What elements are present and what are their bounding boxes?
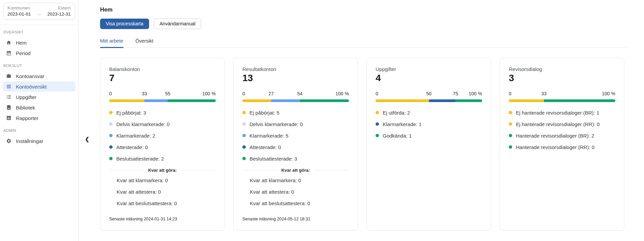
arrow-right-icon: → (37, 11, 41, 17)
legend-item: Godkända: 1 (376, 130, 482, 141)
menu-icon (6, 84, 11, 89)
todo-item: Kvar att klarmarkera: 0 (242, 174, 349, 186)
header-buttons-row: Visa processkarta Användarmanual (100, 19, 627, 29)
progress-scale: 03355100 % (109, 91, 216, 97)
show-process-map-button[interactable]: Visa processkarta (100, 19, 149, 29)
todo-item: Kvar att klarmarkera: 0 (109, 174, 216, 186)
legend-item: Delvis klarmarkerade: 0 (109, 118, 216, 130)
progress-segment (429, 99, 456, 102)
briefcase-icon (6, 73, 11, 79)
progress-segment (168, 99, 216, 102)
tab-bar: Mitt arbete Översikt (100, 38, 627, 48)
divider-line (181, 170, 216, 170)
todo-item: Kvar att attestera: 0 (109, 186, 216, 197)
progress-segment (509, 99, 544, 102)
sidebar-item-period[interactable]: Period (3, 48, 75, 58)
legend-item: Hanterade revisorsdialoger (RR): 0 (509, 141, 615, 153)
status-legend: Ej utförda: 2Klarmarkerade: 1Godkända: 1 (376, 107, 482, 141)
status-dot-icon (376, 134, 379, 137)
scale-tick: 75 (453, 91, 458, 96)
divider-line (242, 170, 277, 170)
status-dot-icon (242, 111, 246, 114)
main-content: Hem Visa processkarta Användarmanual Mit… (78, 0, 644, 241)
card-title: Resultatkonton (242, 66, 349, 72)
sidebar-item-uppgifter[interactable]: Uppgifter (3, 92, 75, 102)
tab-oversikt[interactable]: Översikt (136, 38, 153, 48)
period-selector[interactable]: Kommunen Extern 2023-01-01 → 2023-12-31 (3, 3, 75, 20)
todo-item: Kvar att beslutsattestera: 0 (242, 197, 349, 209)
card-title: Balanskonton (109, 66, 216, 72)
legend-item: Attesterade: 0 (109, 141, 216, 153)
card-revisorsdialog: Revisorsdialog3033100 %Ej hanterade revi… (500, 58, 624, 231)
last-import-label: Senaste inläsning 2024-01-31 14:23 (109, 217, 216, 222)
legend-item: Beslutsattesterade: 3 (242, 153, 349, 164)
status-dot-icon (509, 122, 512, 126)
scale-tick: 50 (426, 91, 432, 96)
progress-segment (300, 99, 349, 102)
status-dot-icon (109, 111, 113, 114)
progress-scale: 05075100 % (376, 91, 482, 97)
legend-item: Hanterade revisorsdialoger (BR): 2 (509, 130, 615, 141)
sidebar-item-bibliotek[interactable]: Bibliotek (3, 102, 75, 113)
scale-tick: 33 (142, 91, 147, 96)
sidebar-item-kontoansvar[interactable]: Kontoansvar (3, 71, 75, 81)
card-count: 7 (109, 73, 216, 83)
card-balanskonton: Balanskonton703355100 %Ej påbörjat: 3Del… (100, 58, 225, 231)
legend-label: Delvis klarmarkerade: 0 (249, 121, 303, 127)
period-end-date: 2023-12-31 (47, 11, 71, 17)
status-dot-icon (376, 111, 379, 114)
scale-tick: 0 (242, 91, 245, 96)
todo-divider-label: Kvar att göra: (148, 168, 177, 173)
scale-tick: 0 (376, 91, 378, 96)
progress-bar (242, 99, 349, 102)
sidebar-item-installningar[interactable]: Inställningar (3, 136, 75, 146)
sidebar-nav: ÖVERSIKTHemPeriodBOKSLUTKontoansvarKonto… (0, 25, 78, 146)
legend-label: Ej påbörjat: 3 (116, 110, 146, 116)
sidebar-item-label: Inställningar (16, 138, 43, 144)
nav-section-label: BOKSLUT (0, 58, 78, 71)
status-dot-icon (109, 122, 113, 126)
legend-label: Ej hanterade revisorsdialoger (BR): 1 (516, 110, 599, 116)
legend-item: Ej hanterade revisorsdialoger (RR): 0 (509, 118, 615, 130)
status-dot-icon (509, 111, 512, 114)
scale-tick: 54 (297, 91, 303, 96)
progress-segment (544, 99, 615, 102)
sidebar-item-label: Bibliotek (16, 105, 35, 111)
legend-label: Ej utförda: 2 (383, 110, 410, 116)
legend-label: Hanterade revisorsdialoger (RR): 0 (516, 144, 595, 150)
legend-item: Ej påbörjat: 3 (109, 107, 216, 118)
period-dates-row: 2023-01-01 → 2023-12-31 (7, 11, 71, 17)
bar-chart-icon (6, 115, 11, 121)
legend-item: Delvis klarmarkerade: 0 (242, 118, 349, 130)
status-legend: Ej hanterade revisorsdialoger (BR): 1Ej … (509, 107, 615, 153)
scale-tick: 100 % (602, 91, 615, 96)
scale-tick: 100 % (202, 91, 216, 96)
status-dot-icon (242, 134, 246, 137)
sidebar-item-label: Kontoansvar (16, 73, 44, 79)
legend-item: Ej påbörjat: 5 (242, 107, 349, 118)
sidebar-item-kontooversikt[interactable]: Kontoöversikt (3, 81, 75, 92)
sidebar: Kommunen Extern 2023-01-01 → 2023-12-31 … (0, 0, 78, 241)
scale-tick: 0 (109, 91, 112, 96)
progress-segment (455, 99, 482, 102)
legend-label: Klarmarkerade: 5 (249, 133, 288, 139)
status-dot-icon (509, 134, 512, 137)
user-manual-button[interactable]: Användarmanual (154, 19, 201, 29)
sidebar-item-rapporter[interactable]: Rapporter (3, 113, 75, 123)
progress-scale: 033100 % (509, 91, 615, 97)
period-owner-label: Kommunen (7, 5, 30, 10)
card-uppgifter: Uppgifter405075100 %Ej utförda: 2Klarmar… (366, 58, 491, 231)
legend-label: Attesterade: 0 (116, 144, 148, 150)
sidebar-collapse-button[interactable]: ❮ (84, 135, 91, 144)
legend-item: Klarmarkerade: 5 (242, 130, 349, 141)
progress-segment (109, 99, 144, 102)
legend-item: Klarmarkerade: 2 (109, 130, 216, 141)
sidebar-item-hem[interactable]: Hem (3, 38, 75, 48)
nav-section-bokslut: BOKSLUTKontoansvarKontoöversiktUppgifter… (0, 58, 78, 123)
period-mode-label: Extern (58, 5, 71, 10)
divider-line (109, 170, 144, 170)
card-count: 4 (376, 73, 482, 83)
status-dot-icon (109, 145, 113, 149)
legend-item: Attesterade: 0 (242, 141, 349, 153)
tab-mitt-arbete[interactable]: Mitt arbete (100, 38, 123, 48)
